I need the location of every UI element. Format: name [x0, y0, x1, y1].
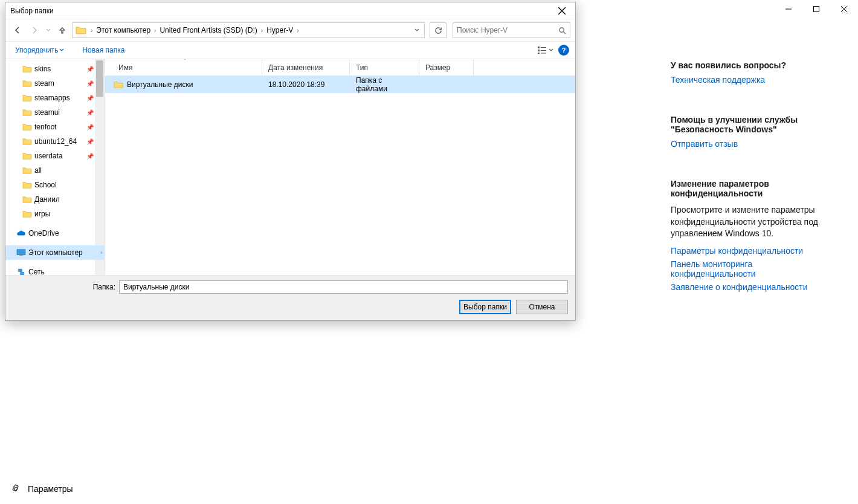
network-icon: [16, 268, 26, 275]
folder-name-input[interactable]: [119, 280, 568, 294]
tree-network[interactable]: Сеть: [5, 265, 105, 275]
maximize-button[interactable]: [802, 0, 830, 18]
tree-onedrive[interactable]: OneDrive: [5, 226, 105, 241]
nav-forward-button[interactable]: [27, 23, 42, 37]
privacy-statement-link[interactable]: Заявление о конфиденциальности: [671, 282, 822, 292]
folder-field-label: Папка:: [85, 283, 115, 291]
minimize-button[interactable]: [775, 0, 802, 18]
tree-item[interactable]: steamui📌: [5, 105, 105, 120]
chevron-right-icon[interactable]: ›: [259, 27, 265, 34]
search-box[interactable]: [453, 22, 570, 38]
tree-item-label: userdata: [34, 152, 63, 160]
dialog-close-button[interactable]: [548, 2, 575, 19]
select-folder-button[interactable]: Выбор папки: [459, 300, 511, 314]
close-button[interactable]: [830, 0, 858, 18]
tree-item[interactable]: tenfoot📌: [5, 120, 105, 134]
tree-item[interactable]: all: [5, 163, 105, 178]
chevron-right-icon[interactable]: ›: [100, 250, 102, 256]
folder-picker-dialog: Выбор папки › Этот компьютер › United Fr…: [5, 2, 576, 321]
nav-up-button[interactable]: [55, 23, 69, 37]
file-list: ˄Имя Дата изменения Тип Размер Виртуальн…: [105, 59, 575, 275]
column-type[interactable]: Тип: [350, 59, 419, 76]
tree-item-label: Даниил: [34, 195, 60, 204]
column-date[interactable]: Дата изменения: [262, 59, 350, 76]
tree-this-pc[interactable]: Этот компьютер›: [5, 245, 105, 260]
refresh-button[interactable]: [430, 22, 447, 38]
dialog-title: Выбор папки: [10, 7, 54, 15]
onedrive-icon: [16, 230, 26, 237]
settings-label[interactable]: Параметры: [28, 484, 73, 494]
tree-item[interactable]: Даниил: [5, 192, 105, 207]
breadcrumb-drive[interactable]: United Front Artists (SSD) (D:): [158, 26, 258, 34]
file-type: Папка с файлами: [350, 76, 419, 93]
svg-rect-8: [538, 47, 540, 48]
cancel-button[interactable]: Отмена: [516, 300, 568, 314]
breadcrumb-this-pc[interactable]: Этот компьютер: [95, 26, 152, 34]
help-heading: Помощь в улучшении службы "Безопасность …: [671, 115, 822, 134]
tech-support-link[interactable]: Техническая поддержка: [671, 75, 822, 85]
tree-item[interactable]: School: [5, 178, 105, 192]
list-view-icon: [537, 46, 547, 54]
search-input[interactable]: [457, 26, 558, 34]
tree-item-label: School: [34, 181, 57, 189]
sort-indicator-icon: ˄: [184, 59, 186, 63]
pin-icon: 📌: [86, 80, 94, 87]
dialog-footer: Папка: Выбор папки Отмена: [5, 275, 575, 320]
chevron-right-icon[interactable]: ›: [152, 27, 158, 34]
tree-item-label: Этот компьютер: [28, 248, 83, 257]
privacy-text: Просмотрите и измените параметры конфиде…: [671, 204, 822, 240]
tree-item-label: игры: [34, 210, 50, 218]
privacy-dashboard-link[interactable]: Панель мониторинга конфиденциальности: [671, 259, 822, 279]
feedback-link[interactable]: Отправить отзыв: [671, 139, 822, 149]
tree-item-label: ubuntu12_64: [34, 137, 77, 146]
svg-rect-1: [814, 7, 819, 12]
tree-item-label: skins: [34, 65, 51, 73]
chevron-down-icon: [549, 48, 553, 53]
tree-item-label: Сеть: [28, 268, 45, 275]
tree-item[interactable]: ubuntu12_64📌: [5, 134, 105, 149]
svg-rect-16: [18, 269, 22, 272]
svg-rect-17: [20, 272, 24, 275]
folder-tree[interactable]: skins📌steam📌steamapps📌steamui📌tenfoot📌ub…: [5, 59, 105, 275]
address-bar[interactable]: › Этот компьютер › United Front Artists …: [72, 22, 425, 38]
view-mode-button[interactable]: [537, 46, 553, 54]
file-date: 18.10.2020 18:39: [262, 80, 350, 89]
tree-item[interactable]: steamapps📌: [5, 91, 105, 105]
tree-item-label: all: [34, 166, 42, 175]
privacy-heading: Изменение параметров конфиденциальности: [671, 179, 822, 198]
pc-icon: [16, 249, 26, 256]
privacy-settings-link[interactable]: Параметры конфиденциальности: [671, 246, 822, 256]
new-folder-button[interactable]: Новая папка: [79, 46, 128, 54]
column-name[interactable]: ˄Имя: [105, 59, 262, 76]
help-button[interactable]: ?: [558, 45, 569, 56]
svg-rect-15: [19, 254, 22, 256]
tree-item[interactable]: skins📌: [5, 62, 105, 76]
pin-icon: 📌: [86, 138, 94, 145]
gear-icon[interactable]: [11, 484, 21, 494]
chevron-right-icon[interactable]: ›: [294, 27, 301, 34]
file-row[interactable]: Виртуальные диски18.10.2020 18:39Папка с…: [105, 76, 575, 93]
pin-icon: 📌: [86, 95, 94, 102]
chevron-right-icon[interactable]: ›: [88, 27, 95, 34]
breadcrumb-folder[interactable]: Hyper-V: [265, 26, 294, 34]
tree-item[interactable]: userdata📌: [5, 149, 105, 163]
tree-item-label: steamapps: [34, 94, 70, 102]
svg-point-6: [560, 27, 564, 31]
column-size[interactable]: Размер: [419, 59, 474, 76]
tree-item-label: OneDrive: [28, 229, 59, 237]
tree-item[interactable]: игры: [5, 207, 105, 221]
file-list-header: ˄Имя Дата изменения Тип Размер: [105, 59, 575, 76]
dialog-nav-bar: › Этот компьютер › United Front Artists …: [5, 19, 575, 41]
tree-item[interactable]: steam📌: [5, 76, 105, 91]
nav-recent-dropdown[interactable]: [44, 23, 53, 37]
tree-item-label: steamui: [34, 108, 60, 117]
app-footer: Параметры: [0, 474, 193, 504]
organize-menu[interactable]: Упорядочить: [11, 46, 68, 54]
svg-rect-9: [538, 50, 540, 51]
svg-rect-10: [538, 53, 540, 54]
address-dropdown-icon[interactable]: [411, 26, 423, 34]
svg-line-7: [563, 31, 566, 34]
pin-icon: 📌: [86, 66, 94, 73]
nav-back-button[interactable]: [10, 23, 25, 37]
pin-icon: 📌: [86, 124, 94, 131]
